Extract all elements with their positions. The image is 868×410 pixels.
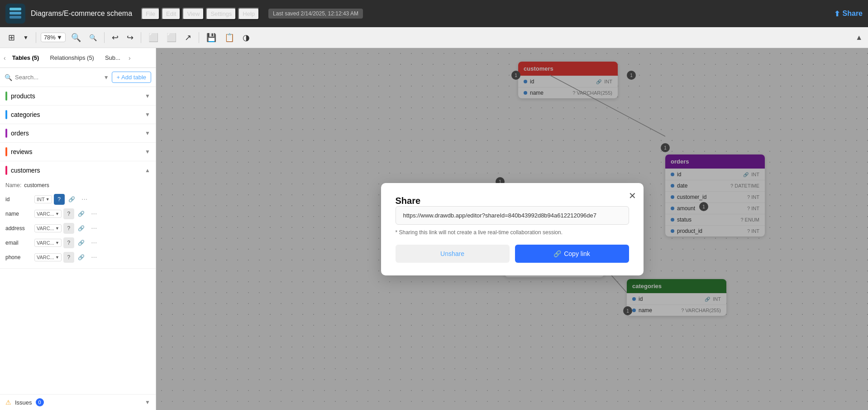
field-row-address: address VARC...▼ ? 🔗 ···: [5, 221, 150, 236]
table-item-header-customers[interactable]: customers ▲: [0, 161, 156, 179]
zoom-in-btn[interactable]: 🔍: [68, 31, 84, 44]
zoom-control[interactable]: 78% ▼: [41, 33, 66, 42]
categories-indicator: [5, 110, 7, 119]
field-type-phone[interactable]: VARC...▼: [34, 253, 62, 261]
reviews-label: reviews: [11, 148, 141, 155]
add-table-button[interactable]: + Add table: [112, 72, 151, 83]
issues-label: Issues: [15, 399, 32, 406]
orders-chevron[interactable]: ▼: [145, 130, 150, 136]
select-btn[interactable]: ⬜: [146, 31, 161, 44]
svg-rect-2: [10, 16, 21, 19]
modal-close-button[interactable]: ✕: [629, 190, 636, 201]
toolbar: ⊞ ▼ 78% ▼ 🔍 🔍 ↩ ↪ ⬜ ⬜ ↗ 💾 📋 ◑ ▲: [0, 27, 868, 48]
issues-chevron[interactable]: ▼: [145, 399, 150, 405]
menu-help[interactable]: Help: [238, 8, 259, 20]
field-nullable-phone[interactable]: ?: [63, 252, 74, 263]
table-item-products: products ▼: [0, 87, 156, 106]
products-chevron[interactable]: ▼: [145, 93, 150, 99]
field-name-email: email: [5, 240, 33, 246]
menu-file[interactable]: File: [141, 8, 160, 20]
modal-note: * Sharing this link will not create a li…: [396, 229, 629, 236]
table-item-header-reviews[interactable]: reviews ▼: [0, 143, 156, 161]
field-nullable-address[interactable]: ?: [63, 223, 74, 234]
main-layout: ‹ Tables (5) Relationships (5) Sub... › …: [0, 48, 868, 410]
categories-chevron[interactable]: ▼: [145, 111, 150, 118]
field-nullable-email[interactable]: ?: [63, 237, 74, 248]
contrast-btn[interactable]: ◑: [240, 31, 253, 44]
field-more-phone[interactable]: ···: [89, 252, 100, 263]
search-input[interactable]: [15, 74, 101, 81]
table-item-customers: customers ▲ Name: customers id INT▼ ?: [0, 161, 156, 269]
connect-btn[interactable]: ↗: [182, 31, 194, 44]
field-type-name[interactable]: VARC...▼: [34, 210, 62, 218]
table-item-header-categories[interactable]: categories ▼: [0, 106, 156, 124]
customers-chevron[interactable]: ▲: [145, 167, 150, 174]
zoom-out-btn[interactable]: 🔍: [86, 32, 100, 43]
field-link-name[interactable]: 🔗: [76, 208, 87, 219]
field-more-email[interactable]: ···: [89, 237, 100, 248]
search-dropdown-icon[interactable]: ▼: [104, 74, 109, 81]
last-saved-badge: Last saved 2/14/2025, 12:12:43 AM: [268, 9, 363, 19]
table-item-header-orders[interactable]: orders ▼: [0, 124, 156, 142]
modal-url-box: https://www.drawdb.app/editor?shareId=84…: [396, 206, 629, 225]
table-list: products ▼ categories ▼ orders ▼: [0, 87, 156, 394]
tab-sub[interactable]: Sub...: [100, 52, 125, 64]
field-nullable-name[interactable]: ?: [63, 208, 74, 219]
field-link-phone[interactable]: 🔗: [76, 252, 87, 263]
field-row-id: id INT▼ ? 🔗 ···: [5, 192, 150, 207]
undo-btn[interactable]: ↩: [109, 31, 121, 44]
field-link-email[interactable]: 🔗: [76, 237, 87, 248]
field-nullable-id[interactable]: ?: [54, 194, 65, 205]
table-dropdown-btn[interactable]: ▼: [20, 33, 31, 43]
calendar-btn[interactable]: 📋: [222, 31, 237, 44]
field-more-address[interactable]: ···: [89, 223, 100, 234]
field-name-address: address: [5, 225, 33, 232]
collapse-toolbar-btn[interactable]: ▲: [855, 34, 863, 42]
field-type-address[interactable]: VARC...▼: [34, 224, 62, 232]
select-alt-btn[interactable]: ⬜: [164, 31, 179, 44]
customers-expanded: Name: customers id INT▼ ? 🔗 ···: [0, 179, 156, 268]
table-icon-btn[interactable]: ⊞: [5, 31, 18, 44]
field-name-phone: phone: [5, 254, 33, 260]
field-link-id[interactable]: 🔗: [67, 194, 77, 205]
share-button[interactable]: ⬆ Share: [834, 10, 863, 18]
menu-view[interactable]: View: [182, 8, 204, 20]
share-modal: Share ✕ https://www.drawdb.app/editor?sh…: [381, 183, 644, 275]
field-name-id: id: [5, 196, 33, 203]
svg-rect-1: [10, 12, 21, 14]
field-type-email[interactable]: VARC...▼: [34, 239, 62, 247]
menu-edit[interactable]: Edit: [162, 8, 181, 20]
copy-link-button[interactable]: 🔗 Copy link: [515, 245, 629, 263]
field-type-id[interactable]: INT▼: [34, 195, 52, 203]
canvas[interactable]: 1 1 1 1 n 1 1 customers: [156, 48, 868, 410]
redo-btn[interactable]: ↪: [124, 31, 136, 44]
table-name-row: Name: customers: [5, 182, 150, 188]
table-item-categories: categories ▼: [0, 106, 156, 124]
sidebar-nav-right[interactable]: ›: [129, 54, 131, 62]
tab-tables[interactable]: Tables (5): [8, 52, 44, 64]
share-icon: ⬆: [834, 10, 840, 18]
field-more-id[interactable]: ···: [79, 194, 90, 205]
sidebar-search-bar: 🔍 ▼ + Add table: [0, 68, 156, 87]
customers-indicator: [5, 166, 7, 175]
table-item-header-products[interactable]: products ▼: [0, 87, 156, 105]
sidebar-nav-left[interactable]: ‹: [4, 54, 6, 62]
field-name-name: name: [5, 211, 33, 217]
reviews-indicator: [5, 147, 7, 156]
field-more-name[interactable]: ···: [89, 208, 100, 219]
issues-warning-icon: ⚠: [5, 399, 11, 406]
reviews-chevron[interactable]: ▼: [145, 149, 150, 155]
search-icon: 🔍: [5, 74, 12, 81]
field-link-address[interactable]: 🔗: [76, 223, 87, 234]
categories-label: categories: [11, 111, 141, 118]
products-label: products: [11, 92, 141, 100]
save-btn[interactable]: 💾: [204, 31, 219, 44]
issues-bar[interactable]: ⚠ Issues 0 ▼: [0, 394, 156, 410]
issues-badge: 0: [36, 398, 44, 406]
tab-relationships[interactable]: Relationships (5): [45, 52, 99, 64]
customers-label: customers: [11, 167, 141, 174]
link-icon: 🔗: [553, 250, 561, 257]
menu-settings[interactable]: Settings: [206, 8, 236, 20]
unshare-button[interactable]: Unshare: [396, 245, 510, 263]
modal-overlay: Share ✕ https://www.drawdb.app/editor?sh…: [156, 48, 868, 410]
